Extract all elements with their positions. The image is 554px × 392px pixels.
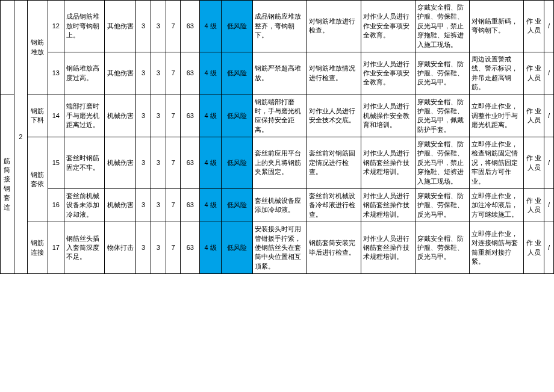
cell-measure: 钢筋严禁超高堆放。: [252, 52, 307, 95]
cell-level: 4 级: [200, 222, 222, 274]
cell-desc: 成品钢筋堆放时弯钩朝上。: [64, 1, 105, 52]
cell-measure: 穿戴安全帽、防护服、劳保鞋、反光马甲，佩戴防护手套。: [416, 95, 470, 137]
cell-n: 63: [181, 137, 200, 189]
cell-n: 63: [181, 189, 200, 222]
cell-role: 作 业 人员: [524, 1, 544, 52]
cell-role: 作 业 人员: [524, 95, 544, 137]
cell-risk: 低风险: [222, 52, 253, 95]
cell-measure: 套丝机械设备应添加冷却液。: [252, 189, 307, 222]
cell-n: 63: [181, 222, 200, 274]
cell-idx: 17: [48, 222, 64, 274]
cell-harm: 机械伤害: [105, 189, 136, 222]
cell-idx: 16: [48, 189, 64, 222]
cell-n: 3: [136, 137, 151, 189]
cell-harm: 其他伤害: [105, 52, 136, 95]
cell-harm: 机械伤害: [105, 95, 136, 137]
cell-desc: 端部打磨时手与磨光机距离过近。: [64, 95, 105, 137]
cell-n: 3: [136, 189, 151, 222]
cell-role: 作 业 人员: [524, 222, 544, 274]
cell-risk: 低风险: [222, 1, 253, 52]
cell-measure: 穿戴安全帽、防护服、劳保鞋、反光马甲，禁止穿拖鞋、短裤进入施工现场。: [416, 137, 470, 189]
cell-harm: 其他伤害: [105, 1, 136, 52]
cell-measure: 对作业人员进行钢筋套丝操作技术规程培训。: [361, 137, 416, 189]
cell-n: 7: [166, 222, 181, 274]
cell-harm: 机械伤害: [105, 137, 136, 189]
cell-level: 4 级: [200, 189, 222, 222]
table-row: 2 钢筋 堆放 12 成品钢筋堆放时弯钩朝上。 其他伤害 3 3 7 63 4 …: [1, 1, 554, 52]
cell-subgroup: 钢筋 连接: [28, 222, 48, 274]
cell-idx: 13: [48, 52, 64, 95]
cell-n: 3: [136, 95, 151, 137]
cell-group-name: 筋 筒 接 钢 套 连: [1, 95, 14, 274]
cell-n: 3: [151, 137, 166, 189]
cell-risk: 低风险: [222, 137, 253, 189]
cell-measure: 穿戴安全帽、防护服、劳保鞋、反光马甲。: [416, 189, 470, 222]
cell-measure: 立即停止作业，调整作业时手与磨光机距离。: [470, 95, 524, 137]
cell-n: 3: [151, 1, 166, 52]
table-row: 16 套丝前机械设备未添加冷却液。 机械伤害 3 3 7 63 4 级 低风险 …: [1, 189, 554, 222]
cell-n: 3: [151, 95, 166, 137]
cell-measure: 立即停止作业，对连接钢筋与套筒重新对接拧紧。: [470, 222, 524, 274]
cell-measure: 套丝前应用平台上的夹具将钢筋夹紧固定。: [252, 137, 307, 189]
cell-measure: 对钢筋堆放情况进行检查。: [307, 52, 361, 95]
cell-measure: 成品钢筋应堆放整齐，弯钩朝下。: [252, 1, 307, 52]
table-row: 钢筋 连接 17 钢筋丝头插入套筒深度不足。 物体打击 3 3 7 63 4 级…: [1, 222, 554, 274]
cell-mark: /: [544, 52, 554, 95]
cell-n: 7: [166, 137, 181, 189]
risk-table: 2 钢筋 堆放 12 成品钢筋堆放时弯钩朝上。 其他伤害 3 3 7 63 4 …: [0, 0, 554, 274]
cell-measure: 穿戴安全帽、防护服、劳保鞋、反光马甲。: [416, 52, 470, 95]
cell-measure: 对钢筋重新码，弯钩朝下。: [470, 1, 524, 52]
cell-subgroup: 钢筋 下料: [28, 95, 48, 137]
cell-harm: 物体打击: [105, 222, 136, 274]
cell-n: 7: [166, 95, 181, 137]
cell-n: 63: [181, 95, 200, 137]
table-row: 筋 筒 接 钢 套 连 钢筋 下料 14 端部打磨时手与磨光机距离过近。 机械伤…: [1, 95, 554, 137]
cell-n: 7: [166, 52, 181, 95]
cell-measure: 钢筋套筒安装完毕后进行检查。: [307, 222, 361, 274]
cell-idx: 14: [48, 95, 64, 137]
cell-risk: 低风险: [222, 95, 253, 137]
table-row: 13 钢筋堆放高度过高。 其他伤害 3 3 7 63 4 级 低风险 钢筋严禁超…: [1, 52, 554, 95]
cell-mark: /: [544, 95, 554, 137]
cell-measure: 对作业人员进行机械操作安全教育和培训。: [361, 95, 416, 137]
cell-measure: 对作业人员进行钢筋套丝操作技术规程培训。: [361, 189, 416, 222]
cell-n: 3: [151, 222, 166, 274]
cell-measure: 安装接头时可用管钳扳手拧紧，使钢筋丝头在套筒中央位置相互顶紧。: [252, 222, 307, 274]
cell-subgroup: 钢筋 套依: [28, 137, 48, 222]
cell-risk: 低风险: [222, 189, 253, 222]
cell-subgroup: 钢筋 堆放: [28, 1, 48, 95]
cell-n: 3: [136, 222, 151, 274]
cell-level: 4 级: [200, 137, 222, 189]
cell-role: 作 业 人员: [524, 137, 544, 189]
cell-measure: 对钢筋堆放进行检查。: [307, 1, 361, 52]
cell-idx: 15: [48, 137, 64, 189]
cell-group-id: 2: [14, 1, 28, 274]
cell-n: 3: [136, 1, 151, 52]
cell-blank: [1, 1, 14, 95]
cell-measure: 立即停止作业，检查钢筋固定情况，将钢筋固定牢固后方可作业。: [470, 137, 524, 189]
cell-role: 作 业 人员: [524, 52, 544, 95]
cell-level: 4 级: [200, 52, 222, 95]
cell-measure: 对作业人员进行钢筋套丝操作技术规程培训。: [361, 222, 416, 274]
cell-risk: 低风险: [222, 222, 253, 274]
cell-level: 4 级: [200, 1, 222, 52]
cell-measure: 穿戴安全帽、防护服、劳保鞋、反光马甲，禁止穿拖鞋、短裤进入施工现场。: [416, 1, 470, 52]
cell-level: 4 级: [200, 95, 222, 137]
cell-measure: 立即停止作业，加注冷却液后，方可继续施工。: [470, 189, 524, 222]
cell-measure: 钢筋端部打磨时，手与磨光机应保持安全距离。: [252, 95, 307, 137]
cell-mark: /: [544, 137, 554, 189]
cell-measure: 对作业人员进行安全技术交底。: [307, 95, 361, 137]
table-row: 钢筋 套依 15 套丝时钢筋固定不牢。 机械伤害 3 3 7 63 4 级 低风…: [1, 137, 554, 189]
cell-desc: 套丝前机械设备未添加冷却液。: [64, 189, 105, 222]
cell-n: 3: [151, 189, 166, 222]
cell-role: 作 业 人员: [524, 189, 544, 222]
cell-desc: 钢筋丝头插入套筒深度不足。: [64, 222, 105, 274]
cell-n: 3: [136, 52, 151, 95]
cell-mark: /: [544, 1, 554, 52]
cell-idx: 12: [48, 1, 64, 52]
cell-n: 7: [166, 189, 181, 222]
cell-n: 63: [181, 52, 200, 95]
cell-desc: 套丝时钢筋固定不牢。: [64, 137, 105, 189]
cell-n: 3: [151, 52, 166, 95]
cell-mark: /: [544, 222, 554, 274]
